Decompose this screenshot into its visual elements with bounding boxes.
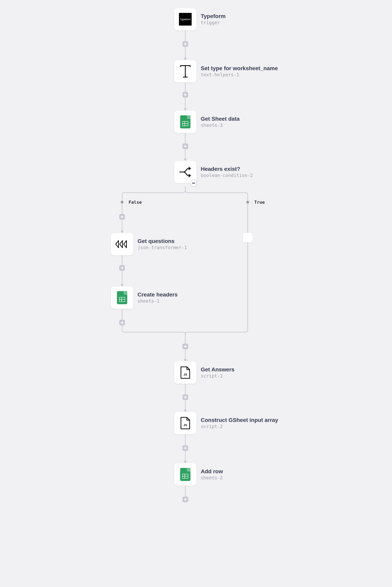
- svg-text:JS: JS: [184, 373, 187, 376]
- add-step-button[interactable]: [119, 214, 125, 220]
- node-get-answers[interactable]: JS Get Answers script-1: [174, 362, 234, 384]
- node-subtitle: sheets-3: [201, 123, 240, 128]
- add-step-button[interactable]: [182, 445, 188, 451]
- google-sheets-icon: [111, 286, 133, 309]
- add-step-button[interactable]: [182, 497, 188, 502]
- connector: [248, 204, 248, 233]
- node-typeform[interactable]: Typeform Typeform trigger: [174, 8, 226, 30]
- script-icon: JS: [174, 362, 196, 384]
- node-subtitle: script-1: [201, 373, 234, 378]
- node-construct-input[interactable]: JS Construct GSheet input array script-2: [174, 412, 278, 434]
- text-icon: [174, 60, 196, 82]
- node-title: Add row: [201, 468, 223, 475]
- node-get-questions[interactable]: Get questions json-transformer-1: [111, 233, 187, 255]
- node-subtitle: boolean-condition-2: [201, 173, 253, 178]
- json-transformer-icon: [111, 233, 133, 255]
- connector: [122, 220, 122, 231]
- node-title: Typeform: [201, 13, 226, 20]
- node-add-row[interactable]: Add row sheets-2: [174, 463, 223, 486]
- node-title: Get Answers: [201, 367, 234, 373]
- connector: [185, 30, 186, 41]
- typeform-icon: Typeform: [174, 8, 196, 30]
- node-get-sheet[interactable]: Get Sheet data sheets-3: [174, 111, 240, 133]
- connector: [122, 309, 122, 320]
- node-empty[interactable]: [243, 233, 252, 242]
- node-subtitle: sheets-2: [201, 475, 223, 480]
- add-step-button[interactable]: [119, 265, 125, 271]
- connector: [185, 400, 186, 410]
- connector: [185, 486, 186, 497]
- script-icon: JS: [174, 412, 196, 434]
- empty-node-icon: [243, 233, 252, 242]
- connector: [185, 384, 186, 394]
- arrow-icon: [184, 108, 187, 111]
- branch-false-label: False: [126, 199, 144, 206]
- node-headers-exist[interactable]: Headers exist? boolean-condition-2: [174, 161, 253, 183]
- arrow-icon: [184, 158, 187, 161]
- connector: [185, 98, 186, 108]
- node-subtitle: trigger: [201, 20, 226, 25]
- connector: [185, 434, 186, 445]
- google-sheets-icon: [174, 463, 196, 486]
- arrow-icon: [184, 359, 187, 362]
- add-step-button[interactable]: [182, 41, 188, 47]
- node-set-type[interactable]: Set type for worksheet_name text-helpers…: [174, 60, 278, 82]
- branch-true-label: True: [252, 199, 267, 206]
- connector: [122, 204, 122, 214]
- add-step-button[interactable]: [182, 394, 188, 400]
- add-step-button[interactable]: [119, 320, 125, 326]
- connector: [122, 271, 122, 284]
- connector: [185, 451, 186, 461]
- arrow-icon: [184, 410, 187, 412]
- node-title: Construct GSheet input array: [201, 417, 278, 423]
- node-title: Set type for worksheet_name: [201, 66, 278, 72]
- branch-merge-connector: [0, 0, 278, 396]
- connector: [185, 82, 186, 92]
- add-step-button[interactable]: [182, 344, 188, 349]
- node-title: Create headers: [138, 292, 178, 298]
- node-subtitle: json-transformer-1: [138, 245, 187, 250]
- connector: [185, 133, 186, 144]
- svg-text:JS: JS: [184, 423, 187, 427]
- node-title: Get Sheet data: [201, 116, 240, 122]
- google-sheets-icon: [174, 111, 196, 133]
- add-step-button[interactable]: [182, 144, 188, 149]
- arrow-icon: [184, 58, 187, 60]
- add-step-button[interactable]: [182, 92, 188, 98]
- node-subtitle: script-2: [201, 424, 278, 429]
- node-title: Headers exist?: [201, 166, 253, 172]
- arrow-icon: [120, 231, 124, 233]
- branch-connector: [0, 0, 278, 218]
- connector: [185, 47, 186, 58]
- branch-dot: [121, 201, 124, 204]
- collapse-branch-button[interactable]: [190, 180, 197, 187]
- node-create-headers[interactable]: Create headers sheets-1: [111, 286, 178, 309]
- node-subtitle: text-helpers-1: [201, 72, 278, 77]
- arrow-icon: [120, 284, 124, 286]
- node-subtitle: sheets-1: [138, 298, 178, 304]
- connector: [185, 349, 186, 359]
- arrow-icon: [184, 461, 187, 463]
- node-title: Get questions: [138, 238, 187, 244]
- branch-dot: [246, 201, 249, 204]
- connector: [185, 149, 186, 158]
- connector: [122, 255, 122, 265]
